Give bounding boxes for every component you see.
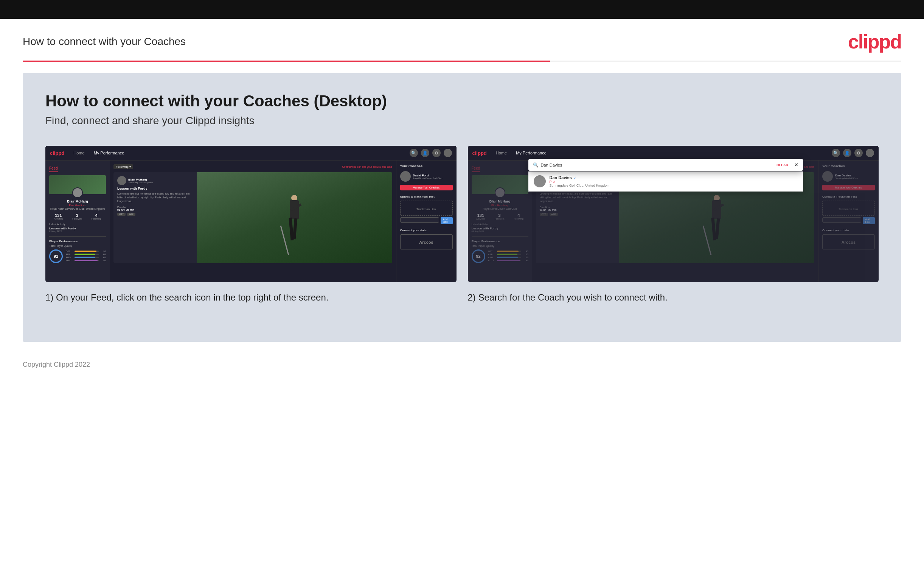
connect-title-1: Connect your data <box>400 229 453 232</box>
coaches-title-1: Your Coaches <box>400 164 453 168</box>
pp-bar-arg-track <box>74 257 99 258</box>
pp-bar-ott-track <box>74 250 99 252</box>
search-overlay: 🔍 Dan Davies CLEAR ✕ <box>528 159 803 171</box>
latest-activity-title-1: Latest Activity <box>49 223 106 226</box>
footer: Copyright Clippd 2022 <box>0 353 924 376</box>
profile-club-2: Royal North Devon Golf Club <box>472 208 528 210</box>
pp-bar-app: APP 85 <box>66 253 106 255</box>
search-result-item-1[interactable]: Dan Davies ✓ Pro Sunningdale Golf Club, … <box>528 172 803 192</box>
pp-bar-ott-label: OTT <box>66 250 73 252</box>
stat-following-num-1: 4 <box>92 213 101 218</box>
post-author-row-1: Blair McHarg Yesterday · Sunningdale <box>117 176 193 185</box>
pp-sub-1: Total Player Quality <box>49 245 106 247</box>
feed-tab-2: Feed <box>472 166 481 172</box>
browser-chrome-2: clippd Home My Performance 🔍 👤 ⚙ <box>468 146 879 161</box>
stat-followers-num-1: 3 <box>72 213 82 218</box>
avatar-btn-2[interactable] <box>866 149 874 157</box>
profile-avatar-1 <box>72 187 83 198</box>
caption-1: 1) On your Feed, click on the search ico… <box>45 291 456 304</box>
coach-club-1: Royal North Devon Golf Club <box>413 177 442 179</box>
caption-2: 2) Search for the Coach you wish to conn… <box>468 291 879 304</box>
nav-home-2[interactable]: Home <box>493 150 510 156</box>
profile-name-2: Blair McHarg <box>472 200 528 203</box>
trackman-input-1[interactable] <box>400 217 439 222</box>
search-overlay-left: 🔍 Dan Davies <box>533 162 562 168</box>
top-bar <box>0 0 924 19</box>
control-link-1[interactable]: Control who can see your activity and da… <box>342 166 392 168</box>
stat-followers-1: 3 Followers <box>72 213 82 220</box>
left-panel-1: Feed Blair McHarg Plus Handicap Royal No… <box>45 161 110 282</box>
nav-myperformance-2[interactable]: My Performance <box>513 150 550 156</box>
profile-name-1: Blair McHarg <box>49 200 106 203</box>
search-result-role-1: Pro <box>550 180 610 183</box>
latest-activity-item-1: Lesson with Fordy <box>49 227 106 230</box>
search-icon-btn-1[interactable]: 🔍 <box>409 149 418 157</box>
post-author-avatar-1 <box>117 176 126 185</box>
stat-following-1: 4 Following <box>92 213 101 220</box>
post-card-1: Blair McHarg Yesterday · Sunningdale Les… <box>113 172 392 263</box>
golf-club-1 <box>280 226 289 255</box>
screenshot-1-frame: clippd Home My Performance 🔍 👤 ⚙ Feed <box>45 146 456 282</box>
trackman-input-row-1: Add Link <box>400 217 453 224</box>
nav-home-1[interactable]: Home <box>70 150 87 156</box>
stat-following-label-1: Following <box>92 218 101 220</box>
settings-icon-btn-2[interactable]: ⚙ <box>854 149 863 157</box>
search-input-text[interactable]: Dan Davies <box>541 163 562 167</box>
stat-activities-label-1: Activities <box>54 218 63 220</box>
pp-bar-app-label: APP <box>66 253 73 255</box>
pp-bar-putt-fill <box>74 260 97 261</box>
screenshot-1-col: clippd Home My Performance 🔍 👤 ⚙ Feed <box>45 146 456 304</box>
pp-bar-app-track <box>74 253 99 255</box>
post-tags-1: OTT APP <box>117 213 193 216</box>
feed-tab-1[interactable]: Feed <box>49 166 58 172</box>
main-subheading: Find, connect and share your Clippd insi… <box>45 115 879 127</box>
profile-subtitle-2: Plus Handicap <box>472 204 528 207</box>
post-author-name-1: Blair McHarg <box>128 178 153 181</box>
latest-activity-2: Latest Activity Lesson with Fordy 03 Aug… <box>472 223 528 232</box>
post-image-1 <box>197 172 392 263</box>
search-result-avatar-1 <box>534 175 546 187</box>
coach-avatar-1 <box>400 171 411 182</box>
stat-activities-num-1: 131 <box>54 213 63 218</box>
trackman-box-1: Trackman Link <box>400 201 453 216</box>
post-author-info-1: Blair McHarg Yesterday · Sunningdale <box>128 178 153 183</box>
browser-icons-1: 🔍 👤 ⚙ <box>409 149 452 157</box>
pp-bar-putt-track <box>74 260 99 261</box>
latest-activity-1: Latest Activity Lesson with Fordy 03 Aug… <box>49 223 106 232</box>
pp-bar-arg-fill <box>74 257 95 258</box>
pp-circle-1: 92 <box>49 250 63 263</box>
golfer-legs2-1 <box>293 218 298 239</box>
user-icon-btn-2[interactable]: 👤 <box>843 149 851 157</box>
search-close-btn[interactable]: ✕ <box>794 162 798 168</box>
search-result-info-1: Dan Davies ✓ Pro Sunningdale Golf Club, … <box>550 175 610 187</box>
post-author-sub-1: Yesterday · Sunningdale <box>128 181 153 183</box>
upload-title-1: Upload a Trackman Test <box>400 195 453 198</box>
header: How to connect with your Coaches clippd <box>0 19 924 60</box>
settings-icon-btn-1[interactable]: ⚙ <box>432 149 441 157</box>
pp-bar-app-val: 85 <box>100 253 106 255</box>
stat-followers-label-1: Followers <box>72 218 82 220</box>
arccos-box-1: Arccos <box>400 234 453 250</box>
user-icon-btn-1[interactable]: 👤 <box>421 149 429 157</box>
manage-coaches-btn-1[interactable]: Manage Your Coaches <box>400 185 453 190</box>
verified-icon-1: ✓ <box>573 175 576 180</box>
pp-bar-putt-label: PUTT <box>66 259 73 261</box>
browser-chrome-1: clippd Home My Performance 🔍 👤 ⚙ <box>45 146 456 161</box>
following-btn-1[interactable]: Following ▾ <box>113 164 133 169</box>
nav-myperformance-1[interactable]: My Performance <box>91 150 128 156</box>
add-link-btn-1[interactable]: Add Link <box>441 217 453 224</box>
stat-activities-1: 131 Activities <box>54 213 63 220</box>
player-performance-2: Player Performance Total Player Quality … <box>472 236 528 263</box>
screenshots-row: clippd Home My Performance 🔍 👤 ⚙ Feed <box>45 146 879 304</box>
search-icon-btn-2[interactable]: 🔍 <box>832 149 840 157</box>
search-clear-btn[interactable]: CLEAR <box>777 163 788 167</box>
screenshot-2-col: clippd Home My Performance 🔍 👤 ⚙ Feed <box>468 146 879 304</box>
browser-icons-2: 🔍 👤 ⚙ <box>832 149 874 157</box>
header-divider <box>23 60 901 62</box>
avatar-btn-1[interactable] <box>443 149 452 157</box>
nav-logo-1: clippd <box>50 150 64 156</box>
pp-score-row-1: 92 OTT 90 <box>49 250 106 263</box>
left-panel-2: Feed Blair McHarg Plus Handicap Royal No… <box>468 161 532 282</box>
post-title-1: Lesson with Fordy <box>117 187 193 190</box>
search-icon-overlay: 🔍 <box>533 162 539 168</box>
